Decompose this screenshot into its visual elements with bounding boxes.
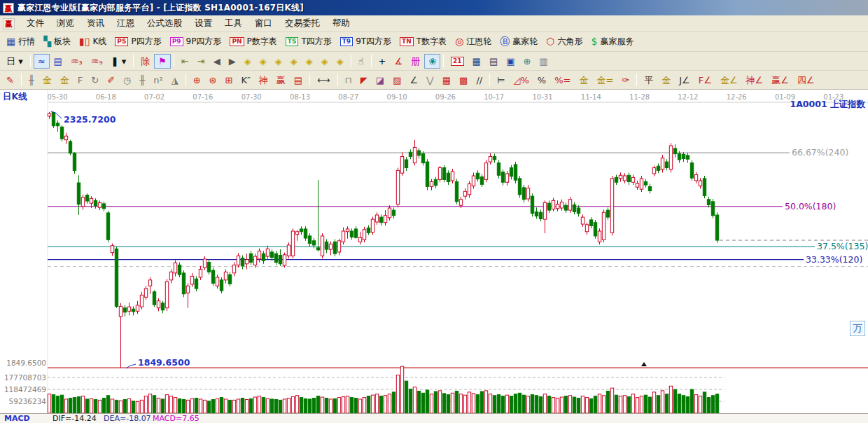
red-grid-icon[interactable]: ▦ <box>438 73 455 88</box>
k-prime-icon[interactable]: K″ <box>237 73 254 88</box>
kline-chart-canvas[interactable]: 05-3006-1807-0207-1607-3008-1308-2709-10… <box>0 90 868 413</box>
gold-grid-1-icon[interactable]: 金 <box>38 73 56 88</box>
t-square-tool-icon[interactable]: ⊓ <box>341 73 356 88</box>
menu-item-2[interactable]: 资讯 <box>80 15 111 32</box>
fan-box-icon[interactable]: ◪ <box>372 73 388 88</box>
percent-icon[interactable]: % <box>533 73 550 88</box>
gann-scale-left-icon[interactable]: ◈ <box>240 54 255 69</box>
report-icon[interactable]: ▤ <box>485 54 502 69</box>
gold-flat-icon[interactable]: 金 <box>657 73 675 88</box>
winner-wheel-button[interactable]: Ⓑ赢家轮 <box>496 34 542 50</box>
angle-fan-icon[interactable]: ◮ <box>167 73 183 88</box>
menu-item-0[interactable]: 文件 <box>20 15 50 32</box>
price-grid-icon[interactable]: ╫ <box>135 73 149 88</box>
calculator-icon[interactable]: ▦ <box>468 54 485 69</box>
n-square-icon[interactable]: n² <box>149 73 167 88</box>
gold-level-icon[interactable]: 金= <box>592 73 617 88</box>
t-number-table-button[interactable]: TNT数字表 <box>396 34 451 50</box>
menu-item-6[interactable]: 工具 <box>218 15 248 32</box>
smart-analysis-icon[interactable]: ❀ <box>424 54 440 69</box>
wave-9-icon[interactable]: ♒₉ <box>87 54 107 69</box>
fan-grid-icon[interactable]: ▨ <box>388 73 405 88</box>
menu-item-3[interactable]: 江恩 <box>111 15 141 32</box>
wan-scale-button[interactable]: 万 <box>850 321 865 336</box>
p-number-table-button[interactable]: PNP数字表 <box>225 34 281 50</box>
pattern-line-icon[interactable]: ≈ <box>34 54 50 69</box>
j-angle-icon[interactable]: J∠ <box>675 73 694 88</box>
win-grid-icon[interactable]: 赢 <box>272 73 290 88</box>
flat-level-icon[interactable]: 平 <box>640 73 657 88</box>
ruler-123-icon[interactable]: ▤ <box>290 73 307 88</box>
gann-scale-center-icon[interactable]: ◈ <box>332 54 348 69</box>
gann-scale-right-icon[interactable]: ◈ <box>255 54 271 69</box>
gold-circle-icon[interactable]: 金 <box>575 73 592 88</box>
brush-icon[interactable]: ✎ <box>2 73 18 88</box>
export-web-icon[interactable]: ⊕ <box>519 54 535 69</box>
gann-scale-h-expand-icon[interactable]: ◈ <box>271 54 286 69</box>
menu-item-1[interactable]: 浏览 <box>50 15 80 32</box>
circle-star-icon[interactable]: ⊛ <box>205 73 221 88</box>
winner-service-button[interactable]: $赢家服务 <box>587 34 638 50</box>
shen-angle-icon[interactable]: 神∠ <box>742 73 768 88</box>
scale-compare-icon[interactable]: ⊨ <box>493 73 509 88</box>
f-grid-icon[interactable]: F <box>74 73 87 88</box>
toolbar-draw: ✎╫金金F↻✐◷╫n²◮⊕⊛⊞K″神赢▤⟷⊓◤◪▨∠⋁▦▩//⊨◿%%%=金金=… <box>0 71 868 90</box>
9t-square-button[interactable]: T99T四方形 <box>336 34 396 50</box>
zigzag-icon[interactable]: ⋁ <box>422 73 438 88</box>
square-web-icon[interactable]: ⊞ <box>220 73 237 88</box>
gann-grid-icon[interactable]: ╫ <box>24 73 38 88</box>
angle-measure-icon[interactable]: ∡ <box>390 54 407 69</box>
grid-ruler-icon[interactable]: ▩ <box>455 73 472 88</box>
gann-scale-h-shrink-icon[interactable]: ◈ <box>286 54 302 69</box>
percent-level-icon[interactable]: %= <box>550 73 575 88</box>
spiral-icon[interactable]: ↻ <box>87 73 103 88</box>
go-next-icon[interactable]: ▶ <box>225 54 240 69</box>
menu-item-8[interactable]: 交易委托 <box>279 15 326 32</box>
time-circle-icon[interactable]: ◷ <box>119 73 135 88</box>
9p-square-button[interactable]: P99P四方形 <box>166 34 226 50</box>
win-angle-icon[interactable]: 赢∠ <box>767 73 793 88</box>
info-panel-icon[interactable]: ▤ <box>50 54 66 69</box>
hexagon-button[interactable]: ⬡六角形 <box>542 34 587 50</box>
menu-item-7[interactable]: 窗口 <box>248 15 279 32</box>
circle-cross-icon[interactable]: ⊕ <box>189 73 205 88</box>
go-last-icon[interactable]: ⇥ <box>193 54 209 69</box>
kline-button[interactable]: ▮▯K线 <box>75 34 111 50</box>
menu-item-9[interactable]: 帮助 <box>326 15 356 32</box>
gold-grid-2-icon[interactable]: 金 <box>56 73 74 88</box>
gold-angle-icon[interactable]: 金∠ <box>716 73 742 88</box>
width-measure-icon[interactable]: ⟷ <box>313 73 335 88</box>
shen-grid-icon[interactable]: 神 <box>255 73 272 88</box>
remote-pc-icon[interactable]: ▥ <box>535 54 552 69</box>
menu-item-5[interactable]: 设置 <box>188 15 218 32</box>
gann-scale-v-icon[interactable]: ◈ <box>302 54 317 69</box>
four-angle-icon[interactable]: 四∠ <box>793 73 819 88</box>
trend-line-icon[interactable]: ∠ <box>405 73 422 88</box>
gann-book-icon[interactable]: 册 <box>407 54 424 69</box>
gann-scale-all-icon[interactable]: ◈ <box>317 54 332 69</box>
period-day-dropdown[interactable]: 日 ▾ <box>2 54 27 69</box>
f-angle-icon[interactable]: F∠ <box>694 73 716 88</box>
wave-3-icon[interactable]: ♒₃ <box>66 54 87 69</box>
chart-area[interactable]: 05-3006-1807-0207-1607-3008-1308-2709-10… <box>0 90 868 413</box>
calendar-icon[interactable]: 21 <box>447 55 468 68</box>
save-icon[interactable]: ▣ <box>502 54 519 69</box>
gann-wheel-button[interactable]: ◎江恩轮 <box>451 34 496 50</box>
ex-rights-icon[interactable]: 除 <box>136 54 154 69</box>
t-square-button[interactable]: TST四方形 <box>281 34 336 50</box>
go-first-icon[interactable]: ⇤ <box>177 54 193 69</box>
go-prev-icon[interactable]: ◀ <box>209 54 225 69</box>
red-brush-icon[interactable]: ✐ <box>103 73 119 88</box>
color-chart-icon[interactable]: ⚑ <box>154 54 171 69</box>
sectors-button[interactable]: ▚板块 <box>39 34 75 50</box>
crosshair-tool-icon[interactable]: + <box>374 54 391 69</box>
quotes-button[interactable]: ▦行情 <box>2 34 39 50</box>
hand-tool-icon[interactable]: ☝ <box>354 54 368 69</box>
p-square-button[interactable]: PSP四方形 <box>111 34 165 50</box>
angle-percent-icon[interactable]: ◿% <box>509 73 533 88</box>
parallel-lines-icon[interactable]: // <box>472 73 486 88</box>
ink-brush-icon[interactable]: ✑ <box>617 73 634 88</box>
candle-style-dropdown[interactable]: ❚ ▾ <box>107 54 131 69</box>
menu-item-4[interactable]: 公式选股 <box>141 15 188 32</box>
fan-lines-icon[interactable]: ◤ <box>356 73 372 88</box>
